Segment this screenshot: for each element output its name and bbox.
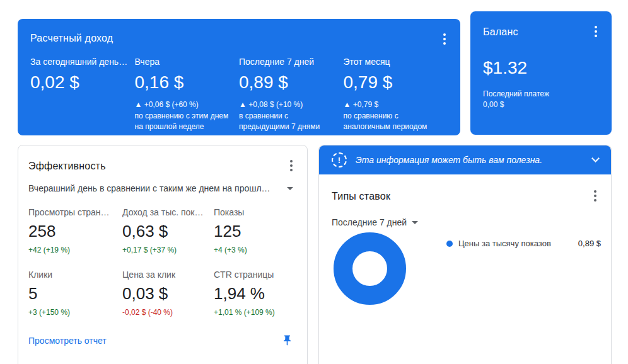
income-period-label: Последние 7 дней [239, 57, 337, 67]
comparison-label: Вчерашний день в сравнении с таким же дн… [28, 183, 270, 193]
dropdown-arrow-icon [287, 187, 293, 190]
metrics-grid: Просмотры стран… 258 +42 (+19 %) Доход з… [28, 207, 297, 317]
balance-card: Баланс $1.32 Последний платеж 0,00 $ [470, 11, 612, 135]
chart-legend-item: Цены за тысячу показов 0,89 $ [446, 239, 601, 248]
metric-label: Просмотры стран… [28, 207, 117, 217]
income-delta: ▲ +0,08 $ (+10 %) [239, 100, 337, 109]
estimated-income-card: Расчетный доход За сегодняшний день… 0,0… [18, 19, 460, 135]
income-delta: ▲ +0,06 $ (+60 %) [135, 100, 233, 109]
balance-more-options-icon[interactable] [589, 24, 603, 39]
metric-value: 0,03 $ [122, 284, 214, 304]
metric-delta: +3 (+150 %) [28, 308, 122, 317]
income-value: 0,89 $ [239, 72, 337, 93]
income-delta: ▲ +0,79 $ [344, 100, 442, 109]
income-more-options-icon[interactable] [438, 31, 451, 47]
income-col-last-7-days: Последние 7 дней 0,89 $ ▲ +0,08 $ (+10 %… [239, 57, 344, 132]
income-col-today: За сегодняшний день… 0,02 $ [30, 57, 135, 132]
metric-label: Цена за клик [122, 270, 211, 280]
metric-value: 1,94 % [214, 284, 297, 304]
info-icon: ! [332, 152, 347, 168]
metric-clicks: Клики 5 +3 (+150 %) [28, 270, 122, 317]
metric-page-views: Просмотры стран… 258 +42 (+19 %) [28, 207, 122, 254]
metric-delta: +1,01 % (+109 %) [214, 308, 297, 317]
income-delta [30, 100, 129, 109]
income-col-yesterday: Вчера 0,16 $ ▲ +0,06 $ (+60 %) по сравне… [135, 57, 240, 132]
metric-cpc: Цена за клик 0,03 $ -0,02 $ (-40 %) [122, 270, 214, 317]
metric-value: 5 [28, 284, 122, 304]
income-period-label: За сегодняшний день… [30, 57, 129, 67]
period-selector[interactable]: Последние 7 дней [332, 217, 418, 227]
metric-delta: +4 (+3 %) [214, 246, 297, 254]
comparison-selector[interactable]: Вчерашний день в сравнении с таким же дн… [28, 183, 297, 193]
performance-title: Эффективность [28, 161, 297, 172]
income-value: 0,16 $ [135, 72, 233, 93]
bid-types-body: Типы ставок Последние 7 дней Цены за тыс… [319, 174, 611, 364]
metric-label: Доход за тыс. пок… [122, 207, 211, 217]
metric-label: Показы [214, 207, 297, 217]
income-value: 0,79 $ [344, 72, 442, 93]
bid-types-more-options-icon[interactable] [588, 188, 602, 203]
income-value: 0,02 $ [30, 72, 129, 93]
metric-delta: -0,02 $ (-40 %) [122, 308, 214, 317]
bid-types-card: ! Эта информация может быть вам полезна.… [318, 145, 612, 364]
income-comparison-desc: по сравнению с аналогичным периодом [344, 111, 439, 132]
metric-label: Клики [28, 270, 117, 280]
insight-banner[interactable]: ! Эта информация может быть вам полезна. [319, 145, 611, 174]
metric-impressions: Показы 125 +4 (+3 %) [214, 207, 297, 254]
income-col-this-month: Этот месяц 0,79 $ ▲ +0,79 $ по сравнению… [344, 57, 448, 132]
estimated-income-title: Расчетный доход [30, 33, 448, 44]
legend-label: Цены за тысячу показов [458, 239, 551, 248]
performance-more-options-icon[interactable] [284, 158, 298, 173]
legend-dot-icon [446, 241, 453, 247]
metric-delta: +0,17 $ (+37 %) [122, 246, 214, 254]
legend-value: 0,89 $ [578, 239, 601, 248]
balance-title: Баланс [483, 26, 599, 38]
view-report-link[interactable]: Просмотреть отчет [28, 336, 107, 346]
metric-value: 125 [214, 222, 297, 241]
income-comparison-desc: в сравнении с предыдущими 7 днями [239, 111, 335, 132]
metric-page-ctr: CTR страницы 1,94 % +1,01 % (+109 %) [214, 270, 297, 317]
income-period-label: Этот месяц [344, 57, 442, 67]
adsense-dashboard: Расчетный доход За сегодняшний день… 0,0… [0, 0, 628, 364]
income-comparison-desc: по сравнению с этим днем на прошлой неде… [135, 111, 231, 132]
dropdown-arrow-icon [412, 221, 418, 224]
income-columns: За сегодняшний день… 0,02 $ Вчера 0,16 $… [30, 57, 448, 132]
performance-card: Эффективность Вчерашний день в сравнении… [18, 145, 308, 364]
insight-banner-text: Эта информация может быть вам полезна. [356, 155, 584, 165]
donut-chart [334, 232, 406, 305]
income-period-label: Вчера [135, 57, 233, 67]
metric-value: 258 [28, 222, 122, 241]
metric-value: 0,63 $ [122, 222, 214, 241]
chevron-down-icon [591, 154, 600, 162]
last-payment-label: Последний платеж [483, 89, 599, 98]
period-label: Последние 7 дней [332, 217, 407, 227]
bid-types-title: Типы ставок [332, 191, 598, 202]
balance-value: $1.32 [483, 58, 599, 78]
metric-rpm: Доход за тыс. пок… 0,63 $ +0,17 $ (+37 %… [122, 207, 214, 254]
metric-label: CTR страницы [214, 270, 297, 280]
last-payment-value: 0,00 $ [483, 100, 599, 109]
performance-footer: Просмотреть отчет [28, 334, 297, 346]
pin-icon[interactable] [281, 334, 293, 346]
metric-delta: +42 (+19 %) [28, 246, 122, 254]
